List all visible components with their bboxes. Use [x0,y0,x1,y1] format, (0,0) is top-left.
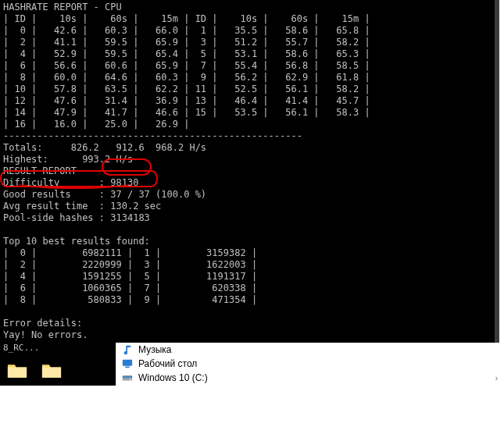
difficulty-line: Difficulty : 98130 [3,177,138,188]
desktop-area: 8_RC... МузыкаРабочий столWindows 10 (C:… [0,343,504,386]
explorer-sidebar: МузыкаРабочий столWindows 10 (C:)› [116,343,504,386]
svg-rect-3 [123,375,132,378]
explorer-item-label: Музыка [138,344,171,355]
explorer-item-label: Рабочий стол [138,358,197,369]
chevron-right-icon: › [495,374,498,382]
explorer-item-music[interactable]: Музыка [116,343,504,357]
svg-rect-1 [125,367,129,368]
explorer-item-drive[interactable]: Windows 10 (C:)› [116,371,504,385]
desktop-file-label: 8_RC... [3,343,39,353]
folder-icon[interactable] [6,362,28,382]
error-msg: Yay! No errors. [3,329,88,340]
good-line: Good results : 37 / 37 (100.0 %) [3,189,206,200]
error-label: Error details: [3,318,82,329]
hashrate-header: | ID | 10s | 60s | 15m | ID | 10s | 60s … [3,13,370,24]
hashrate-title: HASHRATE REPORT - CPU [3,2,122,12]
avg-line: Avg result time : 130.2 sec [3,201,161,212]
separator: ----------------------------------------… [3,130,302,141]
pool-line: Pool-side hashes : 3134183 [3,212,150,223]
hashrate-rows: | 0 | 42.6 | 60.3 | 66.0 | 1 | 35.5 | 58… [3,25,370,130]
svg-rect-0 [123,360,132,366]
explorer-item-desktop[interactable]: Рабочий стол [116,357,504,371]
drive-icon [121,372,134,384]
highest-line: Highest: 993.2 H/s [3,154,133,165]
explorer-item-label: Windows 10 (C:) [138,372,208,383]
music-icon [121,343,134,356]
top10-title: Top 10 best results found: [3,236,150,247]
result-title: RESULT REPORT [3,165,77,176]
desktop-black-area: 8_RC... [0,343,116,386]
svg-point-4 [130,379,131,380]
desktop-icon [121,357,134,370]
terminal-output: HASHRATE REPORT - CPU | ID | 10s | 60s |… [0,0,499,343]
top10-rows: | 0 | 6982111 | 1 | 3159382 | | 2 | 2220… [3,247,257,305]
folder-icon[interactable] [41,362,63,382]
totals-line: Totals: 826.2 912.6 968.2 H/s [3,142,206,153]
